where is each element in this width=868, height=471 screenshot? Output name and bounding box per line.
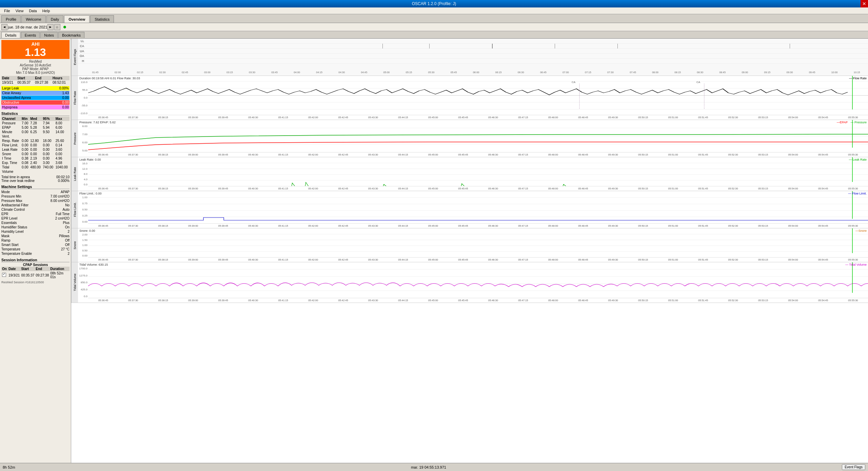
flow-limit-y-label: Flow Limit. [71,191,78,228]
tidal-volume-y-label: Tidal Volume [71,262,78,303]
tidal-volume-svg [78,262,868,303]
large-leak-value: 0.00% [59,86,69,90]
snore-panel: Snore Snore: 0.00 —Snore 2.00 1.50 1.00 … [71,228,868,262]
event-clear-airway: Clear Airway1.43 [1,91,70,95]
menu-data[interactable]: Data [26,8,39,13]
ahi-box: AHI 1.13 [1,40,70,59]
ahi-value: 1.13 [3,47,68,58]
event-large-leak: Large Leak0.00% [1,86,70,90]
snore-header: Snore: 0.00 [79,229,95,232]
flag-row-oa: OA [78,54,868,59]
statusbar-left: 8h 52m [3,465,15,469]
device-brand: ResMed [1,60,70,63]
session-start: 00:35:37 [17,80,34,85]
flag-label-ua: UA [78,49,84,53]
flag-track-h [85,59,868,63]
flag-row-ll: LL [78,39,868,44]
menu-view[interactable]: View [13,8,26,13]
event-hypopnea: Hypopnea0.00 [1,105,70,109]
nav-forward[interactable]: ► [47,24,54,30]
flag-row-h: H [78,59,868,64]
statusbar-datetime: mar. 19 04:55:13.971 [411,465,446,469]
session-id: ResMed Session #1616110500 [1,281,70,284]
flow-limit-time-axis: 05:36:45 05:37:30 05:38:15 05:39:00 05:3… [88,223,868,228]
pressure-time-axis: 05:36:45 05:37:30 05:38:15 05:39:00 05:3… [88,152,868,157]
session-date: 19/3/21 [1,80,17,85]
menubar: File View Data Help [0,7,868,14]
tidal-volume-header: Tidal Volume: 630.15 [79,263,108,266]
tab-statistics[interactable]: Statistics [90,15,114,23]
clear-airway-value: 1.43 [62,91,69,95]
leak-rate-chart-area: Leak Rate: 0.00 — Leak Rate 16.0 12.0 8.… [78,157,868,191]
nav-back[interactable]: ◄ [1,24,7,30]
nav-date: jue. 18 de mar. de 2021 [8,25,47,29]
event-flags-button[interactable]: Event Flags [842,464,865,470]
flow-rate-y-axis: 110.0 55.0 0.0 -55.0 -110.0 [78,76,88,120]
nav-home[interactable]: ⌂ [54,24,60,30]
statusbar-center: mar. 19 04:55:13.971 [411,465,446,469]
svg-text:CA: CA [696,81,701,84]
flow-rate-header: Duration 00:19:58 AHI 6.01 Flow Rate: 30… [79,77,140,80]
event-flags-label: Event Flags [845,465,863,469]
stats-header: Statistics [1,111,70,116]
session-time-table: DateStartEndHours 19/3/21 00:35:37 09:27… [1,76,70,85]
session-info-header: Session Information [1,258,70,262]
leak-rate-y-axis: 16.0 12.0 8.0 4.0 0.0 [78,157,88,191]
menu-file[interactable]: File [1,8,13,13]
cpap-sessions-label: CPAP Sessions [1,263,70,267]
flow-rate-chart-area: Duration 00:19:58 AHI 6.01 Flow Rate: 30… [78,76,868,120]
session-checkbox[interactable] [2,273,6,277]
sub-tabbar: Details Events Notes Bookmarks [0,31,868,39]
flag-track-oa [85,54,868,58]
time-over-value: 0.000% [58,179,70,183]
event-flag-rows: LL CA [78,39,868,69]
total-time-value: 00:02:10 [56,175,70,179]
leak-rate-y-label: Leak Rate [71,157,78,191]
flow-limit-chart-area: Flow Limit.: 0.00 — Flow Limit. 1.00 0.7… [78,191,868,228]
pressure-svg [78,120,868,157]
machine-settings-header: Machine Settings [1,185,70,189]
tab-overview[interactable]: Overview [64,15,90,23]
tab-welcome[interactable]: Welcome [21,15,46,23]
subtab-bookmarks[interactable]: Bookmarks [58,32,84,38]
flag-label-ll: LL [78,39,84,43]
subtab-notes[interactable]: Notes [40,32,58,38]
snore-y-axis: 2.00 1.50 1.00 0.50 0.00 [78,228,88,262]
apnea-info: Total time in apnea 00:02:10 Time over l… [1,175,70,183]
obstructive-value: 0.00 [62,101,69,104]
flag-track-ca [85,44,868,48]
device-info: ResMed AirSense 10 AutoSet PAP Mode: APA… [1,60,70,75]
sidebar: AHI 1.13 ResMed AirSense 10 AutoSet PAP … [0,39,71,463]
tab-profile[interactable]: Profile [1,15,21,23]
snore-time-axis: 05:36:45 05:37:30 05:38:15 05:39:00 05:3… [88,257,868,262]
tab-daily[interactable]: Daily [46,15,63,23]
flow-rate-y-label: Flow Rate [71,76,78,120]
cpap-icon: ● [63,23,67,30]
flow-limit-legend: — Flow Limit. [848,192,867,195]
pressure-chart-area: Pressure: 7.62 EPAP: 5.62 —EPAP — Pressu… [78,120,868,157]
flag-row-ua: UA [78,49,868,54]
pressure-header: Pressure: 7.62 EPAP: 5.62 [79,121,116,124]
subtab-details[interactable]: Details [1,32,20,38]
event-flags-time-axis: 01:45 02:00 02:15 02:30 02:45 03:00 03:1… [84,69,868,76]
unclassified-value: 0.00 [62,96,69,100]
flow-rate-svg: CA CA [78,76,868,120]
titlebar: OSCAR 1.2.0 (Profile: J) ✕ [0,0,868,7]
main-tabbar: Profile Welcome Daily Overview Statistic… [0,14,868,23]
subtab-events[interactable]: Events [21,32,40,38]
pressure-y-axis: 8.00 7.00 6.00 5.00 [78,120,88,157]
svg-text:CA: CA [572,81,576,84]
event-unclassified: Unclassified Apnea0.00 [1,96,70,100]
tidal-volume-y-axis: 1700.0 1275.0 850.0 425.0 0.0 [78,262,88,303]
close-button[interactable]: ✕ [861,0,868,7]
snore-chart-area: Snore: 0.00 —Snore 2.00 1.50 1.00 0.50 0… [78,228,868,262]
session-hours: 08:52:01 [52,80,70,85]
time-over-label: Time over leak redline [1,179,35,183]
menu-help[interactable]: Help [40,8,53,13]
pressure-panel: Pressure Pressure: 7.62 EPAP: 5.62 —EPAP… [71,120,868,157]
navbar: ◄ jue. 18 de mar. de 2021 ► ⌂ ● [0,23,868,31]
pressure-legend: —EPAP — Pressure [837,121,867,124]
main-area: AHI 1.13 ResMed AirSense 10 AutoSet PAP … [0,39,868,463]
device-model: AirSense 10 AutoSet [1,63,70,67]
flag-label-oa: OA [78,54,84,58]
